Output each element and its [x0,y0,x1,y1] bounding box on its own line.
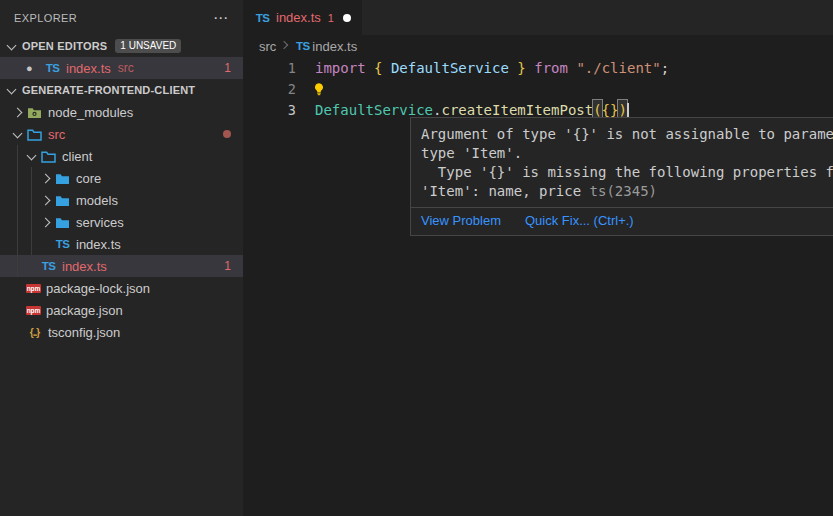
folder-icon [54,192,71,208]
workspace-header[interactable]: GENERATE-FRONTEND-CLIENT [0,79,243,101]
tab-error-badge: 1 [328,12,334,24]
tree-item-index-ts[interactable]: TSindex.ts [0,233,243,255]
code-token: "./client" [576,58,660,79]
code-token: import [315,58,366,79]
typescript-file-icon: TS [254,10,271,26]
typescript-file-icon: TS [54,236,71,252]
open-editor-item-index-ts[interactable]: ● TS index.ts src 1 [0,57,243,79]
indent-guide [31,167,32,255]
tree-item-package-json[interactable]: npmpackage.json [0,299,243,321]
chevron-right-icon[interactable] [38,192,54,208]
unsaved-badge: 1 UNSAVED [115,39,181,53]
chevron-spacer [10,280,26,296]
tree-item-node-modules[interactable]: node_modules [0,101,243,123]
lightbulb-icon[interactable] [312,82,327,97]
chevron-down-icon [4,38,20,54]
error-count-badge: 1 [224,259,243,273]
npm-file-icon: npm [26,306,41,315]
file-tree: node_modulessrcclientcoremodelsservicesT… [0,101,243,343]
code-token: DefaultService [391,58,509,79]
error-message-line: Argument of type '{}' is not assignable … [421,125,833,144]
folder-icon [54,170,71,186]
tree-item-label: tsconfig.json [48,325,120,340]
diagnostic-source: ts(2345) [590,183,657,199]
breadcrumb: src TS index.ts [243,35,833,57]
line-number: 1 [243,58,296,79]
tree-item-label: core [76,171,101,186]
chevron-down-icon[interactable] [24,148,40,164]
typescript-file-icon: TS [40,258,57,274]
tree-item-models[interactable]: models [0,189,243,211]
vscode-window: EXPLORER ⋯ OPEN EDITORS 1 UNSAVED ● TS i… [0,0,833,516]
line-content [315,79,327,100]
error-dot-badge [223,130,231,138]
code-token [382,58,390,79]
tree-item-label: package.json [46,303,123,318]
typescript-file-icon: TS [294,38,311,54]
workspace-label: GENERATE-FRONTEND-CLIENT [22,84,195,96]
open-editors-header[interactable]: OPEN EDITORS 1 UNSAVED [0,35,243,57]
code-editor[interactable]: 1import { DefaultService } from "./clien… [243,57,833,121]
chevron-right-icon[interactable] [38,214,54,230]
explorer-title-bar: EXPLORER ⋯ [0,0,243,35]
tree-item-label: src [48,127,65,142]
open-editor-file-name: index.ts [66,61,111,76]
tree-item-label: models [76,193,118,208]
tree-item-label: package-lock.json [46,281,150,296]
tree-item-services[interactable]: services [0,211,243,233]
chevron-spacer [10,324,26,340]
breadcrumb-item-index-ts[interactable]: TS index.ts [294,38,357,54]
unsaved-dot-icon[interactable] [343,14,351,22]
tree-item-src[interactable]: src [0,123,243,145]
error-message-line: 'Item': name, price ts(2345) [421,182,833,201]
modified-dot-icon: ● [26,62,44,74]
tree-item-package-lock-json[interactable]: npmpackage-lock.json [0,277,243,299]
error-count-badge: 1 [224,61,243,75]
chevron-down-icon[interactable] [10,126,26,142]
code-token [366,58,374,79]
error-hover-tooltip: Argument of type '{}' is not assignable … [410,117,833,236]
line-number: 3 [243,100,296,121]
chevron-right-icon [279,40,291,52]
hover-actions: View Problem Quick Fix... (Ctrl+.) [411,207,833,235]
more-actions-icon[interactable]: ⋯ [213,13,229,23]
tree-item-core[interactable]: core [0,167,243,189]
breadcrumb-item-src[interactable]: src [259,39,276,54]
typescript-file-icon: TS [44,60,61,76]
json-file-icon: {..} [26,324,43,340]
tree-item-client[interactable]: client [0,145,243,167]
tab-bar: TS index.ts 1 [243,0,833,35]
explorer-sidebar: EXPLORER ⋯ OPEN EDITORS 1 UNSAVED ● TS i… [0,0,243,516]
error-message-line: Type '{}' is missing the following prope… [421,163,833,182]
chevron-spacer [10,302,26,318]
tab-index-ts[interactable]: TS index.ts 1 [243,0,362,35]
sidebar-title: EXPLORER [14,12,77,24]
code-token: ; [661,58,669,79]
error-message-line: type 'Item'. [421,144,833,163]
chevron-right-icon[interactable] [38,170,54,186]
code-token [568,58,576,79]
error-message: Argument of type '{}' is not assignable … [411,118,833,207]
chevron-spacer [24,258,40,274]
open-editors-label: OPEN EDITORS [22,40,107,52]
code-line-2[interactable]: 2 [243,79,833,100]
tree-item-label: index.ts [76,237,121,252]
chevron-spacer [38,236,54,252]
npm-file-icon: npm [26,284,41,293]
code-token [509,58,517,79]
tree-item-tsconfig-json[interactable]: {..}tsconfig.json [0,321,243,343]
code-token: from [534,58,568,79]
chevron-right-icon[interactable] [10,104,26,120]
tree-item-index-ts[interactable]: TSindex.ts1 [0,255,243,277]
tree-item-label: services [76,215,124,230]
folder-open-icon [26,126,43,142]
tab-file-name: index.ts [276,10,321,25]
line-content: import { DefaultService } from "./client… [315,58,669,79]
view-problem-link[interactable]: View Problem [421,213,501,228]
line-number: 2 [243,79,296,100]
indent-guide [17,145,18,277]
quick-fix-link[interactable]: Quick Fix... (Ctrl+.) [525,213,634,228]
tree-item-label: index.ts [62,259,107,274]
folder-icon [54,214,71,230]
code-line-1[interactable]: 1import { DefaultService } from "./clien… [243,58,833,79]
